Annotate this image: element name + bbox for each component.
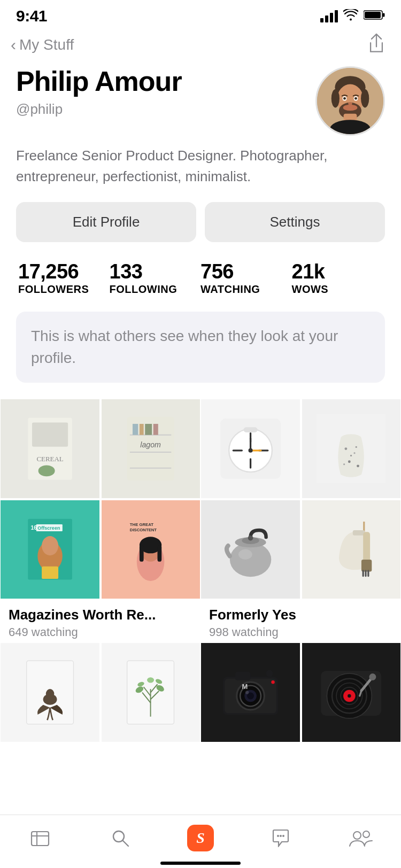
svg-text:M: M — [242, 683, 248, 691]
collection-formerly-yes[interactable]: Formerly Yes 998 watching — [200, 399, 401, 642]
following-label: FOLLOWING — [110, 283, 178, 295]
profile-buttons: Edit Profile Settings — [16, 202, 385, 242]
thumb-1: CEREAL — [0, 399, 100, 499]
nav-bar: ‹ My Stuff — [0, 29, 401, 61]
svg-rect-56 — [243, 427, 257, 432]
svg-point-115 — [369, 673, 376, 680]
svg-point-11 — [354, 97, 357, 100]
profile-name: Philip Amour — [16, 66, 315, 97]
followers-count: 17,256 — [18, 260, 110, 283]
svg-point-12 — [348, 102, 352, 105]
avatar — [315, 66, 385, 136]
thumb-11: M — [200, 642, 300, 742]
collections-row-2: M — [0, 642, 401, 742]
thumb-6 — [302, 399, 402, 499]
svg-rect-38 — [42, 567, 58, 579]
tab-people[interactable] — [321, 829, 401, 847]
collection-magazines[interactable]: CEREAL — [0, 399, 200, 642]
thumb-2: lagom — [101, 399, 201, 499]
battery-icon — [364, 10, 385, 22]
status-time: 9:41 — [16, 7, 47, 25]
svg-point-123 — [280, 835, 282, 837]
profile-info: Philip Amour @philip — [16, 66, 315, 118]
svg-rect-117 — [32, 832, 49, 846]
svg-point-93 — [147, 677, 154, 683]
profile-bio: Freelance Senior Product Designer. Photo… — [16, 145, 385, 187]
svg-point-103 — [266, 670, 273, 677]
signal-icon — [320, 10, 338, 22]
wifi-icon — [343, 9, 358, 23]
svg-point-60 — [354, 452, 356, 454]
profile-header: Philip Amour @philip — [16, 66, 385, 136]
status-icons — [320, 9, 385, 23]
svg-rect-2 — [365, 12, 381, 18]
svg-point-59 — [345, 447, 348, 450]
watching-label: WATCHING — [200, 283, 260, 295]
status-bar: 9:41 — [0, 0, 401, 29]
stats-row: 17,256 FOLLOWERS 133 FOLLOWING 756 WATCH… — [16, 260, 385, 296]
tab-browse[interactable] — [0, 830, 80, 847]
back-chevron-icon: ‹ — [11, 36, 16, 54]
stat-followers[interactable]: 17,256 FOLLOWERS — [18, 260, 110, 296]
profile-handle: @philip — [16, 101, 315, 118]
tab-search[interactable] — [80, 829, 160, 847]
thumb-5 — [200, 399, 300, 499]
collection-row2-left[interactable] — [0, 642, 200, 742]
svg-point-113 — [348, 694, 351, 698]
svg-point-37 — [42, 536, 58, 555]
svg-rect-79 — [367, 570, 369, 577]
svg-text:16: 16 — [30, 525, 37, 531]
svg-text:THE GREAT: THE GREAT — [130, 522, 153, 527]
edit-profile-button[interactable]: Edit Profile — [16, 202, 196, 242]
svg-point-71 — [248, 536, 253, 541]
share-button[interactable] — [367, 33, 386, 57]
svg-point-65 — [350, 455, 352, 456]
svg-point-104 — [271, 680, 274, 684]
svg-point-124 — [282, 835, 284, 837]
svg-text:lagom: lagom — [140, 440, 161, 449]
followers-label: FOLLOWERS — [18, 283, 89, 295]
info-banner: This is what others see when they look a… — [16, 312, 385, 383]
tab-chat[interactable] — [241, 829, 321, 847]
collection-row2-right[interactable]: M — [200, 642, 401, 742]
thumb-8 — [302, 500, 402, 600]
following-count: 133 — [110, 260, 201, 283]
svg-rect-18 — [32, 422, 68, 446]
stat-watching[interactable]: 756 WATCHING — [200, 260, 292, 296]
collections-section: CEREAL — [0, 399, 401, 748]
stat-wows[interactable]: 21k WOWS — [292, 260, 383, 296]
svg-rect-46 — [158, 545, 162, 562]
magazines-meta: Magazines Worth Re... 649 watching — [0, 599, 200, 642]
thumb-7 — [200, 500, 300, 600]
svg-rect-102 — [235, 672, 250, 680]
svg-point-120 — [113, 831, 124, 842]
stat-following[interactable]: 133 FOLLOWING — [110, 260, 201, 296]
svg-rect-77 — [363, 570, 364, 577]
svg-rect-25 — [133, 424, 138, 435]
tab-bar: S — [0, 815, 401, 868]
wows-count: 21k — [292, 260, 383, 283]
tab-home-active[interactable]: S — [160, 825, 241, 851]
svg-text:Offscreen: Offscreen — [37, 526, 60, 531]
thumb-12 — [302, 642, 402, 742]
svg-point-61 — [348, 460, 351, 463]
svg-rect-1 — [383, 13, 385, 17]
svg-point-82 — [45, 689, 53, 699]
thumb-9 — [0, 642, 100, 742]
svg-rect-26 — [140, 424, 144, 435]
back-button[interactable]: ‹ My Stuff — [11, 36, 74, 54]
formerly-yes-title: Formerly Yes — [209, 607, 392, 623]
formerly-yes-meta: Formerly Yes 998 watching — [200, 599, 401, 642]
thumb-4: THE GREAT DISCONTENT — [101, 500, 201, 600]
svg-text:DISCONTENT: DISCONTENT — [130, 528, 157, 532]
svg-point-126 — [363, 831, 369, 838]
svg-rect-27 — [145, 424, 152, 435]
svg-rect-74 — [353, 530, 365, 536]
settings-button[interactable]: Settings — [205, 202, 385, 242]
svg-rect-75 — [363, 532, 370, 562]
svg-text:CEREAL: CEREAL — [36, 455, 63, 463]
svg-point-62 — [356, 446, 357, 448]
svg-point-64 — [357, 464, 359, 467]
svg-point-55 — [248, 448, 252, 453]
thumb-3: 16 Offscreen — [0, 500, 100, 600]
